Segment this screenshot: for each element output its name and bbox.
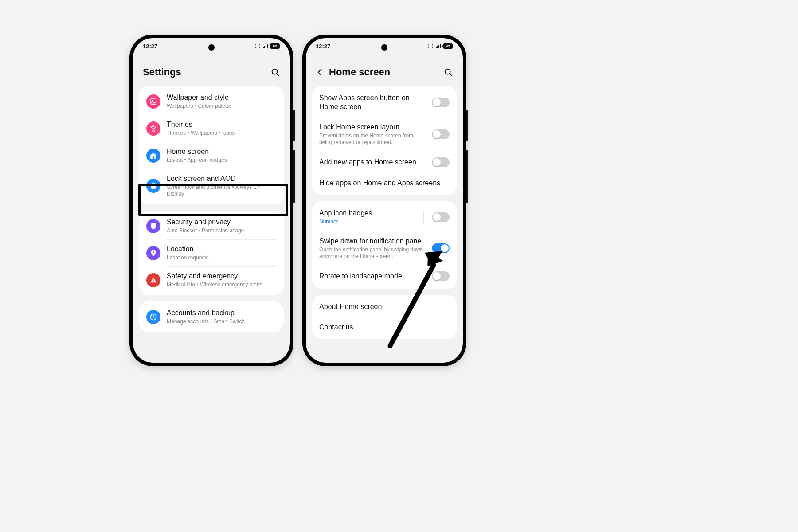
- row-subtitle: Themes • Wallpapers • Icons: [167, 130, 277, 137]
- lock-icon: [146, 179, 160, 193]
- signal-icon: [263, 44, 268, 48]
- row-title: Lock screen and AOD: [167, 174, 277, 183]
- settings-group: App icon badgesNumberSwipe down for noti…: [312, 201, 457, 289]
- row-title: Lock Home screen layout: [319, 123, 426, 132]
- row-title: Accounts and backup: [167, 309, 277, 317]
- svg-rect-4: [151, 185, 156, 189]
- row-subtitle: Medical info • Wireless emergency alerts: [167, 282, 277, 288]
- settings-row[interactable]: App icon badgesNumber: [312, 203, 457, 231]
- row-subtitle: Open the notification panel by swiping d…: [319, 246, 426, 260]
- status-time: 12:27: [143, 43, 157, 50]
- svg-rect-2: [151, 99, 156, 104]
- page-title: Settings: [143, 66, 181, 78]
- status-bar: 12:27 ⋮⋮ 92: [306, 38, 463, 54]
- location-icon: [146, 246, 160, 260]
- row-subtitle-link[interactable]: Number: [319, 219, 419, 225]
- status-bar: 12:27 ⋮⋮ 92: [133, 38, 290, 54]
- row-title: Contact us: [319, 323, 450, 332]
- divider: [423, 211, 424, 223]
- wallpaper-icon: [146, 94, 160, 109]
- settings-row[interactable]: Home screenLayout • App icon badges: [139, 142, 284, 169]
- toggle-switch[interactable]: [432, 129, 450, 139]
- accounts-icon: [146, 310, 160, 324]
- toggle-switch[interactable]: [432, 212, 450, 222]
- safety-icon: [146, 273, 160, 287]
- settings-row[interactable]: About Home screen: [312, 297, 457, 317]
- settings-group: Wallpaper and styleWallpapers • Colour p…: [139, 86, 284, 204]
- wifi-icon: ⋮⋮: [426, 44, 434, 48]
- settings-row[interactable]: Hide apps on Home and Apps screens: [312, 173, 457, 193]
- settings-row[interactable]: ThemesThemes • Wallpapers • Icons: [139, 115, 284, 142]
- settings-group: Security and privacyAuto Blocker • Permi…: [139, 211, 284, 295]
- toggle-switch[interactable]: [432, 98, 450, 107]
- search-icon[interactable]: [270, 67, 280, 77]
- row-title: Home screen: [167, 147, 277, 156]
- page-header: Home screen: [306, 61, 463, 83]
- settings-row[interactable]: Lock Home screen layoutPrevent items on …: [312, 117, 457, 152]
- row-title: Hide apps on Home and Apps screens: [319, 179, 450, 188]
- row-title: Security and privacy: [167, 218, 277, 227]
- settings-row[interactable]: Show Apps screen button on Home screen: [312, 88, 457, 117]
- phone-mockup-homescreen: 12:27 ⋮⋮ 92 Home screen Show Apps screen…: [302, 35, 466, 366]
- settings-group: About Home screenContact us: [312, 295, 457, 339]
- home-icon: [146, 149, 160, 163]
- row-subtitle: Manage accounts • Smart Switch: [167, 318, 277, 325]
- svg-rect-6: [153, 279, 154, 281]
- settings-group: Show Apps screen button on Home screenLo…: [312, 86, 457, 195]
- settings-row[interactable]: Wallpaper and styleWallpapers • Colour p…: [139, 88, 284, 115]
- shield-icon: [146, 219, 160, 233]
- row-title: Themes: [167, 120, 277, 129]
- phone-mockup-settings: 12:27 ⋮⋮ 92 Settings Wallpaper and style…: [129, 35, 293, 366]
- settings-row[interactable]: Safety and emergencyMedical info • Wirel…: [139, 266, 284, 293]
- settings-row[interactable]: Accounts and backupManage accounts • Sma…: [139, 303, 284, 330]
- row-title: Show Apps screen button on Home screen: [319, 94, 426, 111]
- page-header: Settings: [133, 61, 290, 83]
- search-icon[interactable]: [443, 67, 453, 77]
- svg-point-3: [152, 100, 153, 101]
- settings-row[interactable]: Rotate to landscape mode: [312, 266, 457, 287]
- row-title: App icon badges: [319, 209, 419, 218]
- settings-row[interactable]: LocationLocation requests: [139, 239, 284, 266]
- settings-row[interactable]: Security and privacyAuto Blocker • Permi…: [139, 212, 284, 239]
- battery-indicator: 92: [270, 43, 280, 49]
- svg-rect-7: [153, 281, 154, 282]
- row-subtitle: Prevent items on the Home screen from be…: [319, 133, 426, 146]
- toggle-switch[interactable]: [432, 243, 450, 253]
- row-subtitle: Screen lock and biometrics • Always On D…: [167, 184, 277, 197]
- row-title: Rotate to landscape mode: [319, 272, 426, 281]
- row-title: Location: [167, 245, 277, 254]
- themes-icon: [146, 121, 160, 136]
- settings-group: Accounts and backupManage accounts • Sma…: [139, 301, 284, 332]
- back-icon[interactable]: [316, 68, 325, 77]
- page-title: Home screen: [329, 66, 390, 78]
- battery-indicator: 92: [442, 43, 453, 49]
- row-title: Add new apps to Home screen: [319, 158, 426, 167]
- settings-row[interactable]: Contact us: [312, 317, 457, 337]
- signal-icon: [436, 44, 441, 48]
- svg-point-5: [153, 251, 154, 253]
- wifi-icon: ⋮⋮: [253, 44, 261, 48]
- row-title: Swipe down for notification panel: [319, 237, 426, 246]
- row-title: Wallpaper and style: [167, 93, 277, 102]
- settings-row[interactable]: Swipe down for notification panelOpen th…: [312, 231, 457, 266]
- row-subtitle: Wallpapers • Colour palette: [167, 103, 277, 110]
- row-subtitle: Location requests: [167, 254, 277, 261]
- svg-line-1: [277, 74, 278, 75]
- settings-row[interactable]: Lock screen and AODScreen lock and biome…: [139, 169, 284, 203]
- settings-row[interactable]: Add new apps to Home screen: [312, 152, 457, 173]
- row-title: About Home screen: [319, 302, 450, 311]
- svg-line-12: [450, 74, 451, 75]
- toggle-switch[interactable]: [432, 157, 450, 167]
- status-time: 12:27: [316, 43, 330, 50]
- row-title: Safety and emergency: [167, 272, 277, 281]
- toggle-switch[interactable]: [432, 271, 450, 281]
- row-subtitle: Layout • App icon badges: [167, 157, 277, 164]
- row-subtitle: Auto Blocker • Permission usage: [167, 227, 277, 234]
